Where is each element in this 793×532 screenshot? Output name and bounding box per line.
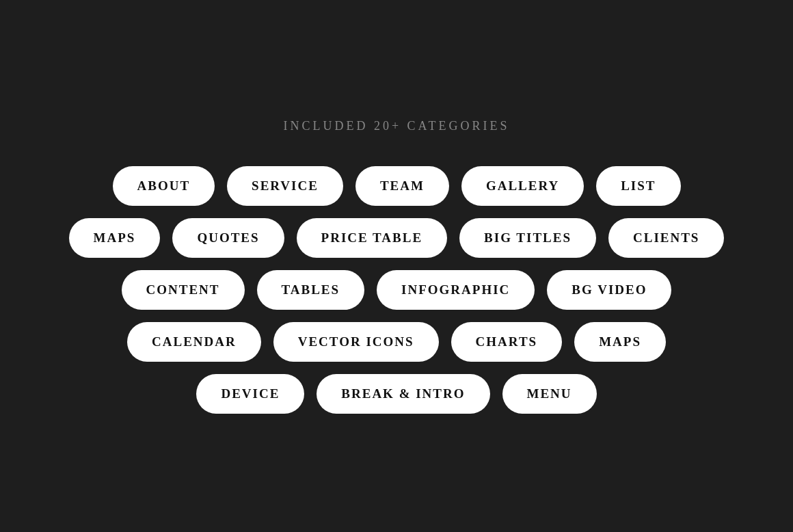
category-tag-list[interactable]: LIST [596, 166, 680, 206]
category-tag-big-titles[interactable]: BIG TITLES [459, 218, 596, 258]
category-tag-menu[interactable]: MENU [502, 374, 597, 414]
section-title: INCLUDED 20+ CATEGORIES [283, 119, 509, 133]
category-row-row4: CALENDARVECTOR ICONSCHARTSMAPS [127, 322, 666, 362]
category-tag-maps[interactable]: MAPS [69, 218, 161, 258]
categories-container: ABOUTSERVICETEAMGALLERYLISTMAPSQUOTESPRI… [0, 166, 793, 414]
category-tag-vector-icons[interactable]: VECTOR ICONS [273, 322, 439, 362]
category-row-row5: DEVICEBREAK & INTROMENU [196, 374, 596, 414]
category-tag-quotes[interactable]: QUOTES [172, 218, 284, 258]
category-tag-about[interactable]: ABOUT [113, 166, 215, 206]
category-tag-price-table[interactable]: PRICE TABLE [297, 218, 448, 258]
category-tag-bg-video[interactable]: BG VIDEO [547, 270, 671, 310]
category-tag-charts[interactable]: CHARTS [451, 322, 563, 362]
category-tag-break-intro[interactable]: BREAK & INTRO [317, 374, 489, 414]
category-row-row1: ABOUTSERVICETEAMGALLERYLIST [113, 166, 681, 206]
category-tag-content[interactable]: CONTENT [122, 270, 245, 310]
category-tag-tables[interactable]: TABLES [257, 270, 365, 310]
category-row-row2: MAPSQUOTESPRICE TABLEBIG TITLESCLIENTS [69, 218, 725, 258]
category-tag-gallery[interactable]: GALLERY [461, 166, 584, 206]
category-tag-infographic[interactable]: INFOGRAPHIC [377, 270, 535, 310]
category-tag-calendar[interactable]: CALENDAR [127, 322, 261, 362]
category-tag-team[interactable]: TEAM [355, 166, 449, 206]
category-tag-service[interactable]: SERVICE [227, 166, 343, 206]
category-tag-clients[interactable]: CLIENTS [608, 218, 724, 258]
category-tag-device[interactable]: DEVICE [196, 374, 304, 414]
category-row-row3: CONTENTTABLESINFOGRAPHICBG VIDEO [122, 270, 672, 310]
category-tag-maps2[interactable]: MAPS [574, 322, 666, 362]
